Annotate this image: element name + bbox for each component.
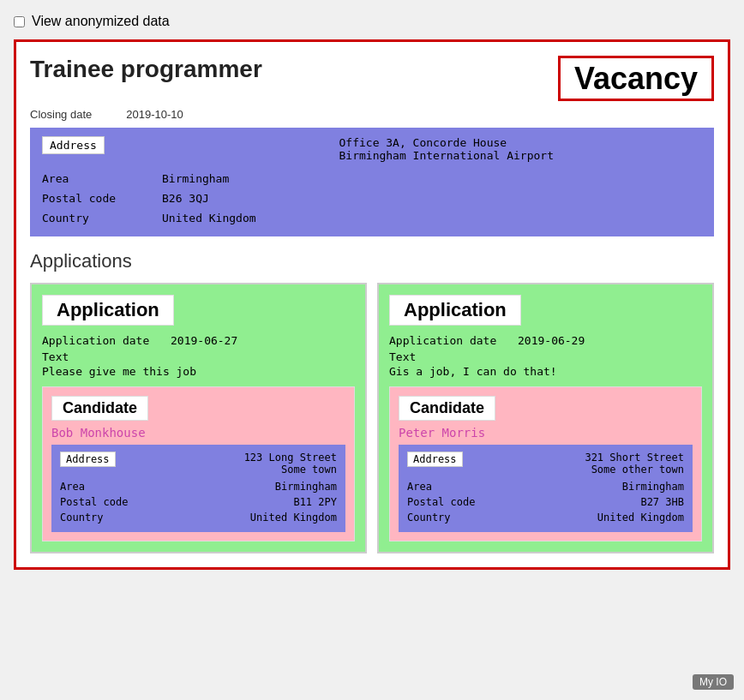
cand1-postal-row: Postal code B11 2PY bbox=[60, 494, 337, 510]
app1-text-value: Please give me this job bbox=[42, 365, 355, 378]
vacancy-address-line1: Office 3A, Concorde House bbox=[339, 136, 703, 149]
closing-date-value: 2019-10-10 bbox=[126, 108, 183, 121]
applications-title: Applications bbox=[30, 250, 714, 272]
cand2-country-value: United Kingdom bbox=[597, 512, 684, 524]
app2-title: Application bbox=[389, 295, 521, 326]
cand2-postal-row: Postal code B27 3HB bbox=[407, 494, 684, 510]
cand1-area-row: Area Birmingham bbox=[60, 479, 337, 494]
app1-date-row: Application date 2019-06-27 bbox=[42, 334, 355, 347]
vacancy-country-value: United Kingdom bbox=[145, 212, 702, 224]
cand2-country-row: Country United Kingdom bbox=[407, 510, 684, 525]
cand2-area-row: Area Birmingham bbox=[407, 479, 684, 494]
app1-title: Application bbox=[42, 295, 174, 326]
vacancy-badge: Vacancy bbox=[558, 56, 714, 101]
cand2-country-label: Country bbox=[407, 512, 451, 524]
cand1-area-value: Birmingham bbox=[275, 481, 337, 493]
applications-section: Applications Application Application dat… bbox=[30, 250, 714, 553]
candidate-card-1: Candidate Bob Monkhouse Address 123 Long… bbox=[42, 386, 355, 541]
app1-date-value: 2019-06-27 bbox=[171, 334, 237, 347]
cand1-address-line1: 123 Long Street bbox=[244, 452, 337, 464]
cand1-country-value: United Kingdom bbox=[250, 512, 337, 524]
main-card: Trainee programmer Vacancy Closing date … bbox=[14, 39, 730, 570]
cand2-postal-value: B27 3HB bbox=[640, 496, 684, 508]
closing-date-row: Closing date 2019-10-10 bbox=[30, 108, 714, 121]
cand2-address-line1: 321 Short Street bbox=[585, 452, 684, 464]
vacancy-postal-label: Postal code bbox=[42, 192, 145, 205]
cand2-name: Peter Morris bbox=[399, 426, 693, 440]
cand1-address-value: 123 Long Street Some town bbox=[244, 452, 337, 476]
vacancy-area-label: Area bbox=[42, 172, 145, 185]
candidate-card-2: Candidate Peter Morris Address 321 Short… bbox=[389, 386, 702, 541]
applications-grid: Application Application date 2019-06-27 … bbox=[30, 283, 714, 553]
cand2-area-label: Area bbox=[407, 481, 432, 493]
vacancy-address-fields: Area Birmingham Postal code B26 3QJ Coun… bbox=[42, 169, 702, 228]
anonymize-checkbox[interactable] bbox=[14, 16, 25, 27]
cand2-address-value: 321 Short Street Some other town bbox=[585, 452, 684, 476]
vacancy-country-label: Country bbox=[42, 212, 145, 224]
cand1-name: Bob Monkhouse bbox=[51, 426, 345, 440]
app2-text-label: Text bbox=[389, 350, 702, 363]
cand2-address-block: Address 321 Short Street Some other town… bbox=[399, 445, 693, 532]
cand1-country-label: Country bbox=[60, 512, 104, 524]
cand1-postal-label: Postal code bbox=[60, 496, 128, 508]
app2-text-value: Gis a job, I can do that! bbox=[389, 365, 702, 378]
vacancy-area-value: Birmingham bbox=[145, 172, 702, 185]
application-card-2: Application Application date 2019-06-29 … bbox=[377, 283, 714, 553]
app1-text-label: Text bbox=[42, 350, 355, 363]
app2-date-label: Application date bbox=[389, 334, 501, 347]
vacancy-title: Trainee programmer bbox=[30, 56, 262, 83]
vacancy-address-block: Address Office 3A, Concorde House Birmin… bbox=[30, 128, 714, 236]
cand1-postal-value: B11 2PY bbox=[293, 496, 337, 508]
cand1-title: Candidate bbox=[51, 396, 148, 421]
cand1-country-row: Country United Kingdom bbox=[60, 510, 337, 525]
anonymize-label[interactable]: View anonymized data bbox=[32, 14, 170, 29]
app1-date-label: Application date bbox=[42, 334, 153, 347]
app2-date-row: Application date 2019-06-29 bbox=[389, 334, 702, 347]
vacancy-address-line2: Birmingham International Airport bbox=[339, 149, 703, 162]
cand2-postal-label: Postal code bbox=[407, 496, 475, 508]
app2-date-value: 2019-06-29 bbox=[518, 334, 585, 347]
cand1-address-label: Address bbox=[60, 452, 116, 467]
application-card-1: Application Application date 2019-06-27 … bbox=[30, 283, 367, 553]
cand2-title: Candidate bbox=[399, 396, 495, 421]
watermark: My IO bbox=[693, 674, 734, 690]
cand1-address-line2: Some town bbox=[244, 464, 337, 476]
vacancy-address-label: Address bbox=[42, 136, 105, 154]
cand1-address-block: Address 123 Long Street Some town Area B… bbox=[51, 445, 345, 532]
cand1-area-label: Area bbox=[60, 481, 85, 493]
vacancy-postal-value: B26 3QJ bbox=[145, 192, 702, 205]
anonymize-checkbox-row: View anonymized data bbox=[14, 14, 730, 29]
cand2-address-label: Address bbox=[407, 452, 463, 467]
cand2-address-line2: Some other town bbox=[585, 464, 684, 476]
cand2-area-value: Birmingham bbox=[622, 481, 684, 493]
vacancy-header: Trainee programmer Vacancy bbox=[30, 56, 714, 101]
closing-date-label: Closing date bbox=[30, 108, 92, 121]
